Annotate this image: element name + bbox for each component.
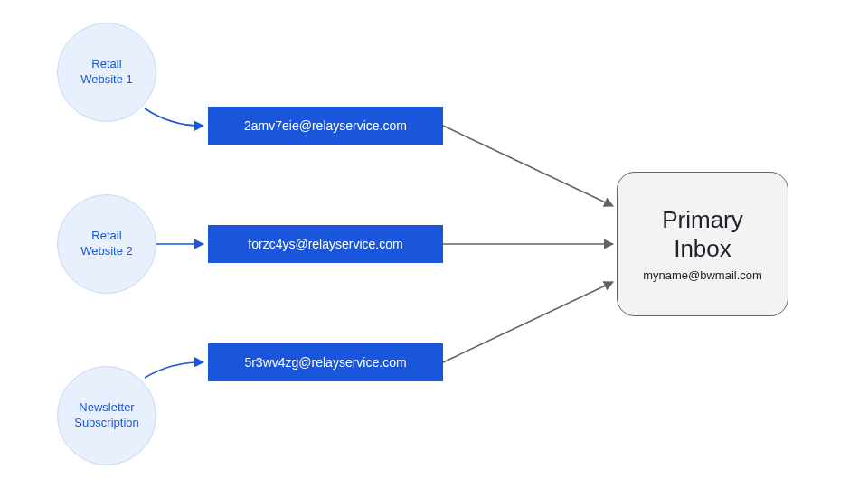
source-label: NewsletterSubscription [74, 400, 139, 431]
relay-box-2: forzc4ys@relayservice.com [208, 225, 443, 263]
arrow-relay1-to-inbox [443, 126, 613, 206]
relay-email: 2amv7eie@relayservice.com [244, 118, 407, 133]
relay-email: forzc4ys@relayservice.com [248, 237, 402, 251]
diagram-stage: RetailWebsite 1 RetailWebsite 2 Newslett… [0, 0, 868, 488]
source-label: RetailWebsite 2 [80, 229, 133, 259]
primary-inbox: PrimaryInbox myname@bwmail.com [617, 172, 788, 316]
relay-email: 5r3wv4zg@relayservice.com [244, 355, 406, 370]
inbox-email: myname@bwmail.com [643, 268, 762, 282]
source-circle-newsletter: NewsletterSubscription [57, 366, 156, 465]
arrow-source3-to-relay3 [145, 362, 203, 378]
arrow-relay3-to-inbox [443, 282, 613, 362]
relay-box-1: 2amv7eie@relayservice.com [208, 107, 443, 145]
arrow-source1-to-relay1 [145, 108, 203, 126]
inbox-title: PrimaryInbox [662, 206, 743, 262]
source-label: RetailWebsite 1 [80, 57, 133, 88]
relay-box-3: 5r3wv4zg@relayservice.com [208, 343, 443, 381]
source-circle-retail-1: RetailWebsite 1 [57, 23, 156, 122]
source-circle-retail-2: RetailWebsite 2 [57, 194, 156, 294]
